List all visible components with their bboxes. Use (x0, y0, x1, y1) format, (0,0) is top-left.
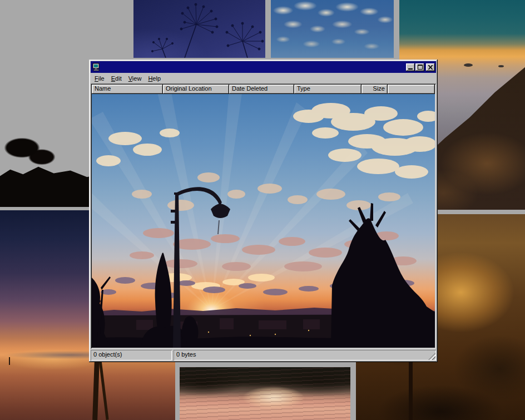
column-header-date-deleted[interactable]: Date Deleted (229, 85, 294, 94)
desktop: { "colors": { "titlebar": "#0d0d7e", "ch… (0, 0, 525, 420)
maximize-icon (418, 65, 423, 70)
status-total-size: 0 bytes (174, 350, 436, 360)
water-pole (92, 360, 100, 420)
island-silhouette (498, 65, 504, 67)
background-photo-cloud-sky (271, 0, 394, 58)
water-stick (9, 357, 10, 365)
column-header-size[interactable]: Size (361, 85, 388, 94)
computer-icon (92, 63, 101, 72)
minimize-icon (408, 68, 413, 70)
menu-bar: File Edit View Help (91, 73, 436, 83)
status-bar: 0 object(s) 0 bytes (91, 350, 436, 360)
close-button[interactable] (426, 63, 435, 71)
maximize-button[interactable] (415, 63, 424, 71)
recycle-bin-window: File Edit View Help Name Original Locati… (89, 60, 438, 362)
minimize-button[interactable] (406, 63, 415, 71)
resize-grip[interactable] (428, 353, 435, 360)
menu-file[interactable]: File (91, 74, 108, 83)
menu-edit[interactable]: Edit (108, 74, 125, 83)
menu-view[interactable]: View (125, 74, 145, 83)
menu-help[interactable]: Help (145, 74, 164, 83)
close-icon (428, 65, 433, 70)
column-header-type[interactable]: Type (294, 85, 361, 94)
status-object-count: 0 object(s) (91, 350, 172, 360)
background-photo-pink-reflections (180, 367, 350, 420)
column-header-row: Name Original Location Date Deleted Type… (92, 85, 435, 94)
column-header-original-location[interactable]: Original Location (163, 85, 229, 94)
file-list-view[interactable]: Name Original Location Date Deleted Type… (91, 83, 436, 349)
lamp-pole-blurred (409, 360, 413, 420)
column-header-blank[interactable] (388, 85, 435, 94)
island-silhouette (464, 63, 473, 67)
background-photo-dried-flowers (133, 0, 265, 58)
column-header-name[interactable]: Name (92, 85, 163, 94)
tree-silhouette (3, 131, 57, 168)
listview-photo-background (92, 94, 435, 348)
title-bar[interactable] (91, 61, 436, 73)
dried-flower-silhouette-graphic (133, 0, 265, 58)
water-pole (98, 359, 108, 420)
